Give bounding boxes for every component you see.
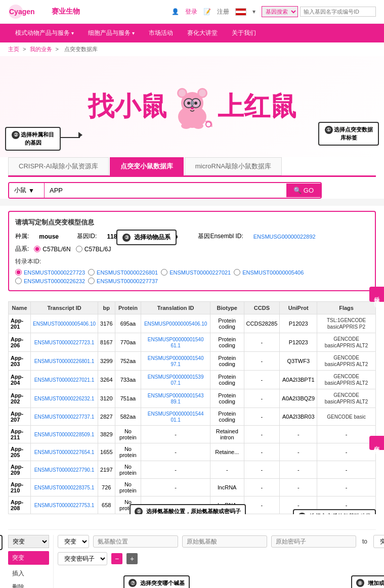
amino-acid-pos-input[interactable] [93,535,178,548]
register-link[interactable]: 注册 [217,8,229,16]
increment-button[interactable]: + [126,553,138,564]
transcript-link-1[interactable]: ENSMUST00000226801 [97,269,158,276]
mutation-type-select-inline[interactable]: 突变 [58,535,89,548]
cell-bp-6: 3829 [98,426,115,443]
transcript-1[interactable]: ENSMUST00000226801 [88,269,158,276]
transcript-0[interactable]: ENSMUST00000227723 [15,269,85,276]
cell-translation-1[interactable]: ENSMUSP00000001540 61.1 [141,333,210,352]
table-row: App-209 ENSMUST00000227790.1 2197 No pro… [9,461,376,479]
species-arrow: ▼ [28,187,34,194]
cell-protein-7: No protein [115,443,141,461]
gene-search-main-input[interactable] [45,184,286,197]
transcript-link-4[interactable]: ENSMUST00000226232 [24,278,85,284]
nav-item-market[interactable]: 市场活动 [142,24,180,42]
nav-item-lecture[interactable]: 赛化大讲堂 [180,24,225,42]
cell-translation-3[interactable]: ENSMUSP00000001539 07.1 [141,371,210,389]
breadcrumb-current: 点突变数据库 [64,46,98,52]
strain-label: 品系: [15,245,29,253]
cell-name-8: App-209 [9,461,31,479]
tab-point-mutation[interactable]: 点突变小鼠数据库 [110,157,184,175]
cell-translation-5[interactable]: ENSMUSP00000001544 01.1 [141,408,210,426]
cell-translation-2[interactable]: ENSMUSP00000001540 97.1 [141,352,210,371]
svg-point-16 [181,123,191,129]
col-bp: bp [98,302,115,314]
nav-item-cells[interactable]: 细胞产品与服务 [81,24,142,42]
transcript-5[interactable]: ENSMUST00000227737 [88,278,158,284]
cell-transcript-10[interactable]: ENSMUST00000227753.1 [31,496,98,514]
gene-search-input[interactable] [300,7,376,17]
cell-name-6: App-211 [9,426,31,443]
tab-mirna[interactable]: microRNA敲除小鼠数据库 [185,157,282,175]
transcript-4[interactable]: ENSMUST00000226232 [15,278,85,284]
cell-bp-5: 2827 [98,408,115,426]
gene-search-select[interactable]: 基因搜索 [262,6,298,17]
original-codon-input[interactable] [271,535,356,548]
transcript-link-3[interactable]: ENSMUST00000005406 [242,269,304,276]
nav-item-products[interactable]: 模式动物产品与服务 [8,24,81,42]
table-row: App-211 ENSMUST00000228509.1 3829 No pro… [9,426,376,443]
cell-transcript-0[interactable]: ENSMUST00000005406.10 [31,314,98,333]
strain-c57bl6n[interactable]: C57BL/6N [34,246,70,253]
cell-translation-0[interactable]: ENSMUSP00000005406.10 [141,314,210,333]
search-button[interactable]: 🔍 GO [286,184,321,197]
tab-crispr[interactable]: CRISPR-AI敲除小鼠资源库 [8,157,109,175]
transcript-link-0[interactable]: ENSMUST00000227723 [24,269,85,276]
table-row: App-205 ENSMUST00000227654.1 1655 No pro… [9,443,376,461]
cell-translation-4[interactable]: ENSMUSP00000001543 89.1 [141,389,210,408]
cell-biotype-1: Protein coding [210,333,244,352]
cell-transcript-7[interactable]: ENSMUST00000227654.1 [31,443,98,461]
bottom-form: ④ 选择突变类型 突变 突变 插入 删除 删除+插入 [8,529,376,588]
nav-item-about[interactable]: 关于我们 [225,24,263,42]
breadcrumb-my-business[interactable]: 我的业务 [30,46,52,52]
feedback-tab[interactable]: 反馈与建议 [369,287,384,302]
db-tabs: CRISPR-AI敲除小鼠资源库 点突变小鼠数据库 microRNA敲除小鼠数据… [8,157,376,177]
cell-transcript-5[interactable]: ENSMUST00000227737.1 [31,408,98,426]
cell-transcript-4[interactable]: ENSMUST00000226232.1 [31,389,98,408]
cell-transcript-6[interactable]: ENSMUST00000228509.1 [31,426,98,443]
breadcrumb-home[interactable]: 主页 [8,46,19,52]
cell-ccds-6: - [244,426,280,443]
transcript-link-2[interactable]: ENSMUST00000227021 [169,269,231,276]
callout-mutation-type: ④ 选择突变类型 [0,535,3,550]
login-link[interactable]: 登录 [185,8,197,16]
strain-section: 品系: C57BL/6N C57BL/6J ③ 选择动物品系 [15,245,369,253]
table-body: App-201 ENSMUST00000005406.10 3176 695aa… [9,314,376,514]
cell-name-3: App-204 [9,371,31,389]
cell-transcript-9[interactable]: ENSMUST00000228375.1 [31,479,98,496]
decrement-button[interactable]: − [111,553,122,564]
col-protein: Protein [115,302,141,314]
cell-uniprot-7: - [280,443,317,461]
svg-point-17 [193,123,203,129]
transcript-link-5[interactable]: ENSMUST00000227737 [97,278,158,284]
original-amino-acid-input[interactable] [182,535,267,548]
cell-transcript-3[interactable]: ENSMUST00000227021.1 [31,371,98,389]
cell-uniprot-3: A0A2I3BPT1 [280,371,317,389]
cell-transcript-1[interactable]: ENSMUST00000227723.1 [31,333,98,352]
species-selector[interactable]: 小鼠 ▼ [9,183,45,198]
cell-transcript-8[interactable]: ENSMUST00000227790.1 [31,461,98,479]
cell-protein-9: No protein [115,479,141,496]
mutation-type-selected[interactable]: 突变 [8,551,49,565]
logo-cn-text: 赛业生物 [52,7,80,16]
cell-flags-9: - [317,479,376,496]
mutation-option-insert[interactable]: 插入 [8,567,49,580]
table-row: App-207 ENSMUST00000227737.1 2827 582aa … [9,408,376,426]
transcript-2[interactable]: ENSMUST00000227021 [161,269,231,276]
strain-c57bl6j[interactable]: C57BL/6J [76,246,111,253]
header: Cyagen 赛业生物 👤 登录 📝 注册 ▾ 基因搜索 [0,0,384,24]
ensembl-value: ENSMUSG00000022892 [253,234,316,240]
cell-ccds-7: - [244,443,280,461]
mutation-type-dropdown[interactable]: 突变 [8,535,49,548]
cell-biotype-5: Protein coding [210,408,244,426]
consult-tab[interactable]: 在线咨询 [369,436,384,450]
transcript-options-2: ENSMUST00000226232 ENSMUST00000227737 [15,278,369,284]
cell-bp-10: 658 [98,496,115,514]
transcript-section: 转录本ID: ENSMUST00000227723 ENSMUST0000022… [15,257,369,284]
mutation-option-delete[interactable]: 删除 [8,580,49,588]
cell-transcript-2[interactable]: ENSMUST00000226801.1 [31,352,98,371]
target-amino-acid-select[interactable]: 突变氨基酸 [373,535,384,548]
col-translation-id: Translation ID [141,302,210,314]
cell-biotype-4: Protein coding [210,389,244,408]
codon-type-select[interactable]: 突变密码子 [58,552,107,565]
transcript-3[interactable]: ENSMUST00000005406 [234,269,304,276]
